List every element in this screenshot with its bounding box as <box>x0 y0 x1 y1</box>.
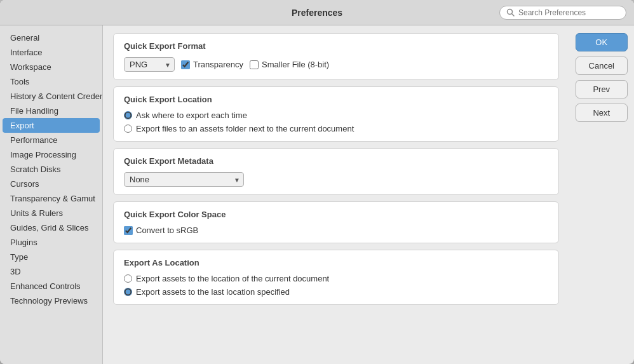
format-row: PNG JPEG GIF SVG ▼ Transparency Smaller <box>124 57 548 72</box>
search-box[interactable] <box>499 6 626 20</box>
sidebar-item-plugins[interactable]: Plugins <box>0 235 102 250</box>
sidebar-item-tools[interactable]: Tools <box>0 74 102 89</box>
transparency-label: Transparency <box>193 60 243 69</box>
quick-export-location-section: Quick Export Location Ask where to expor… <box>113 86 559 142</box>
next-button[interactable]: Next <box>576 104 628 122</box>
sidebar-item-3d[interactable]: 3D <box>0 264 102 279</box>
search-icon <box>506 8 515 17</box>
convert-srgb-checkbox-label[interactable]: Convert to sRGB <box>124 226 548 235</box>
dialog-title: Preferences <box>292 8 342 18</box>
convert-srgb-label: Convert to sRGB <box>136 226 198 235</box>
ask-where-radio[interactable] <box>124 111 132 119</box>
metadata-select[interactable]: None Copyright Copyright and Contact Inf… <box>124 172 244 187</box>
location-of-doc-label: Export assets to the location of the cur… <box>136 274 329 283</box>
smaller-file-label: Smaller File (8-bit) <box>262 60 329 69</box>
last-location-radio[interactable] <box>124 288 132 296</box>
sidebar-item-units[interactable]: Units & Rulers <box>0 206 102 220</box>
smaller-file-checkbox-label[interactable]: Smaller File (8-bit) <box>250 60 329 69</box>
search-input[interactable] <box>518 8 619 17</box>
quick-export-location-title: Quick Export Location <box>124 95 548 104</box>
convert-srgb-checkbox[interactable] <box>124 226 133 235</box>
sidebar-item-history[interactable]: History & Content Credentials <box>0 89 102 104</box>
sidebar-item-type[interactable]: Type <box>0 250 102 264</box>
sidebar-item-cursors[interactable]: Cursors <box>0 177 102 191</box>
smaller-file-checkbox[interactable] <box>250 60 259 69</box>
transparency-checkbox-label[interactable]: Transparency <box>181 60 243 69</box>
prev-button[interactable]: Prev <box>576 80 628 98</box>
metadata-select-outer[interactable]: None Copyright Copyright and Contact Inf… <box>124 172 244 187</box>
location-of-doc-radio[interactable] <box>124 274 132 283</box>
quick-export-color-title: Quick Export Color Space <box>124 210 548 219</box>
cancel-button[interactable]: Cancel <box>576 57 628 75</box>
ask-where-radio-label[interactable]: Ask where to export each time <box>124 111 548 120</box>
sidebar-item-general[interactable]: General <box>0 30 102 45</box>
format-select[interactable]: PNG JPEG GIF SVG <box>124 57 175 72</box>
sidebar-item-file-handling[interactable]: File Handling <box>0 104 102 118</box>
export-files-radio[interactable] <box>124 125 132 133</box>
last-location-radio-label[interactable]: Export assets to the last location speci… <box>124 287 548 297</box>
export-files-label: Export files to an assets folder next to… <box>136 124 354 133</box>
ask-where-label: Ask where to export each time <box>136 111 247 120</box>
sidebar-item-guides[interactable]: Guides, Grid & Slices <box>0 220 102 235</box>
sidebar-item-scratch-disks[interactable]: Scratch Disks <box>0 162 102 177</box>
sidebar-item-image-processing[interactable]: Image Processing <box>0 147 102 162</box>
quick-export-color-section: Quick Export Color Space Convert to sRGB <box>113 201 559 243</box>
last-location-label: Export assets to the last location speci… <box>136 287 290 297</box>
sidebar-item-technology[interactable]: Technology Previews <box>0 293 102 308</box>
ok-button[interactable]: OK <box>576 33 628 51</box>
metadata-select-wrapper[interactable]: None Copyright Copyright and Contact Inf… <box>124 172 548 187</box>
sidebar-item-export[interactable]: Export <box>3 118 100 133</box>
quick-export-metadata-section: Quick Export Metadata None Copyright Cop… <box>113 148 559 195</box>
transparency-checkbox[interactable] <box>181 60 190 69</box>
sidebar-item-performance[interactable]: Performance <box>0 133 102 147</box>
quick-export-format-title: Quick Export Format <box>124 41 548 51</box>
title-bar: Preferences <box>0 0 634 25</box>
action-buttons: OK Cancel Prev Next <box>569 25 634 364</box>
export-files-radio-label[interactable]: Export files to an assets folder next to… <box>124 124 548 133</box>
location-of-doc-radio-label[interactable]: Export assets to the location of the cur… <box>124 274 548 283</box>
format-select-wrapper[interactable]: PNG JPEG GIF SVG ▼ <box>124 57 175 72</box>
quick-export-format-section: Quick Export Format PNG JPEG GIF SVG ▼ <box>113 33 559 80</box>
preferences-dialog: Preferences GeneralInterfaceWorkspaceToo… <box>0 0 634 364</box>
sidebar-item-interface[interactable]: Interface <box>0 45 102 60</box>
export-as-location-title: Export As Location <box>124 258 548 267</box>
quick-export-metadata-title: Quick Export Metadata <box>124 156 548 166</box>
svg-line-1 <box>512 14 515 17</box>
main-area: Quick Export Format PNG JPEG GIF SVG ▼ <box>103 25 569 364</box>
sidebar-item-enhanced[interactable]: Enhanced Controls <box>0 279 102 293</box>
sidebar-item-transparency[interactable]: Transparency & Gamut <box>0 191 102 206</box>
content-area: GeneralInterfaceWorkspaceToolsHistory & … <box>0 25 634 364</box>
sidebar-item-workspace[interactable]: Workspace <box>0 60 102 74</box>
sidebar: GeneralInterfaceWorkspaceToolsHistory & … <box>0 25 103 364</box>
export-as-location-section: Export As Location Export assets to the … <box>113 250 559 305</box>
